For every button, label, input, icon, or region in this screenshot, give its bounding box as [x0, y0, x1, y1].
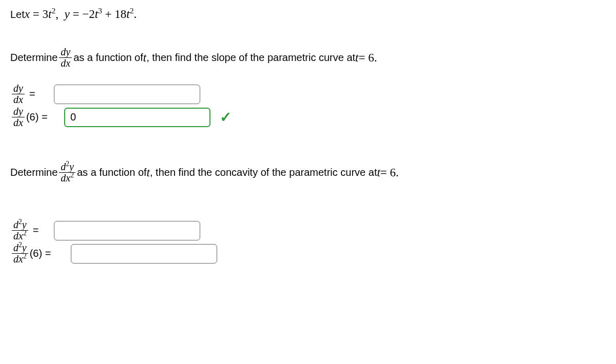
problem-statement: Let x = 3t2, y = −2t3 + 18t2.: [10, 8, 606, 21]
dydx-at-6-row: dy dx (6) = 0 ✓: [10, 106, 606, 128]
dydx-function-input[interactable]: [54, 85, 200, 104]
fraction-d2ydx2-lhs-2: d2y dx2: [12, 242, 28, 265]
let-text: Let: [10, 9, 25, 21]
dydx-function-row: dy dx =: [10, 83, 606, 105]
part2-prompt: Determine d2y dx2 as a function of t , t…: [10, 161, 606, 184]
fraction-dydx-lhs-2: dy dx: [12, 106, 25, 128]
fraction-dydx-lhs: dy dx: [12, 83, 25, 105]
d2ydx2-function-input[interactable]: [54, 221, 200, 240]
fraction-dydx: dy dx: [59, 47, 72, 69]
part1-prompt: Determine dy dx as a function of t , the…: [10, 47, 606, 69]
d2ydx2-function-row: d2y dx2 =: [10, 219, 606, 241]
d2ydx2-at-6-row: d2y dx2 (6) =: [10, 242, 606, 265]
dydx-at-6-input[interactable]: 0: [64, 108, 210, 127]
fraction-d2ydx2: d2y dx2: [59, 161, 75, 184]
check-icon: ✓: [220, 109, 232, 126]
d2ydx2-at-6-input[interactable]: [71, 244, 217, 264]
fraction-d2ydx2-lhs: d2y dx2: [12, 219, 28, 241]
